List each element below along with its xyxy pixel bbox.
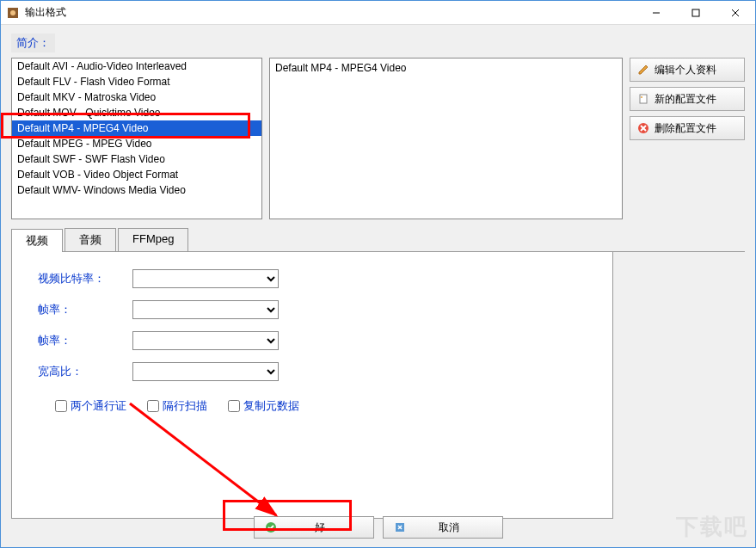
detail-text: Default MP4 - MPEG4 Video [275, 62, 407, 74]
video-bitrate-label: 视频比特率： [38, 271, 132, 286]
svg-point-1 [10, 10, 15, 15]
format-detail-box: Default MP4 - MPEG4 Video [269, 58, 623, 219]
dialog-buttons: 好 取消 [254, 516, 503, 539]
check-icon [265, 521, 277, 533]
output-format-dialog: 输出格式 简介： Default AVI - Audio-Video Inter… [0, 0, 756, 548]
delete-icon [637, 122, 649, 134]
format-list-item[interactable]: Default MP4 - MPEG4 Video [12, 120, 261, 136]
format-list-item[interactable]: Default VOB - Video Object Format [12, 167, 261, 182]
video-bitrate-select[interactable] [132, 269, 279, 288]
tabstrip: 视频 音频 FFMpeg [11, 228, 745, 252]
app-icon [6, 6, 20, 20]
document-icon [637, 93, 649, 105]
pencil-icon [637, 64, 649, 76]
top-row: Default AVI - Audio-Video InterleavedDef… [11, 58, 745, 219]
tab-video[interactable]: 视频 [11, 229, 63, 252]
tab-ffmpeg[interactable]: FFMpeg [118, 228, 188, 251]
framerate1-label: 帧率： [38, 302, 132, 317]
dialog-content: 简介： Default AVI - Audio-Video Interleave… [1, 25, 755, 547]
tab-panel-video: 视频比特率： 帧率： 帧率： 宽高比： 两个通行证 隔行扫描 复制元数据 [11, 252, 613, 519]
format-list-item[interactable]: Default FLV - Flash Video Format [12, 74, 261, 89]
ok-button[interactable]: 好 [254, 516, 374, 539]
brief-label: 简介： [11, 34, 55, 52]
framerate1-select[interactable] [132, 300, 279, 319]
window-title: 输出格式 [25, 5, 66, 20]
titlebar: 输出格式 [1, 1, 755, 25]
tab-audio[interactable]: 音频 [65, 228, 116, 251]
new-profile-button[interactable]: 新的配置文件 [630, 87, 745, 111]
maximize-button[interactable] [676, 1, 716, 25]
aspect-ratio-label: 宽高比： [38, 364, 132, 379]
svg-rect-6 [640, 95, 647, 103]
interlace-checkbox[interactable]: 隔行扫描 [147, 398, 207, 414]
format-list-item[interactable]: Default AVI - Audio-Video Interleaved [12, 58, 261, 74]
svg-rect-3 [692, 9, 699, 16]
side-buttons: 编辑个人资料 新的配置文件 删除配置文件 [630, 58, 745, 140]
edit-profile-button[interactable]: 编辑个人资料 [630, 58, 745, 82]
framerate2-select[interactable] [132, 331, 279, 350]
close-button[interactable] [716, 1, 755, 25]
format-list-item[interactable]: Default MPEG - MPEG Video [12, 136, 261, 151]
minimize-button[interactable] [636, 1, 676, 25]
cancel-icon [394, 521, 406, 533]
aspect-ratio-select[interactable] [132, 362, 279, 381]
format-list-item[interactable]: Default WMV- Windows Media Video [12, 182, 261, 198]
watermark: 下载吧 [676, 512, 748, 542]
window-controls [636, 1, 755, 25]
format-list-item[interactable]: Default MOV - Quicktime Video [12, 105, 261, 120]
copy-metadata-checkbox[interactable]: 复制元数据 [228, 398, 299, 414]
format-listbox[interactable]: Default AVI - Audio-Video InterleavedDef… [11, 58, 262, 219]
format-list-item[interactable]: Default SWF - SWF Flash Video [12, 151, 261, 167]
format-list-item[interactable]: Default MKV - Matroska Video [12, 89, 261, 105]
framerate2-label: 帧率： [38, 333, 132, 348]
cancel-button[interactable]: 取消 [383, 516, 503, 539]
two-pass-checkbox[interactable]: 两个通行证 [55, 398, 126, 414]
svg-point-7 [641, 96, 642, 98]
delete-profile-button[interactable]: 删除配置文件 [630, 116, 745, 140]
